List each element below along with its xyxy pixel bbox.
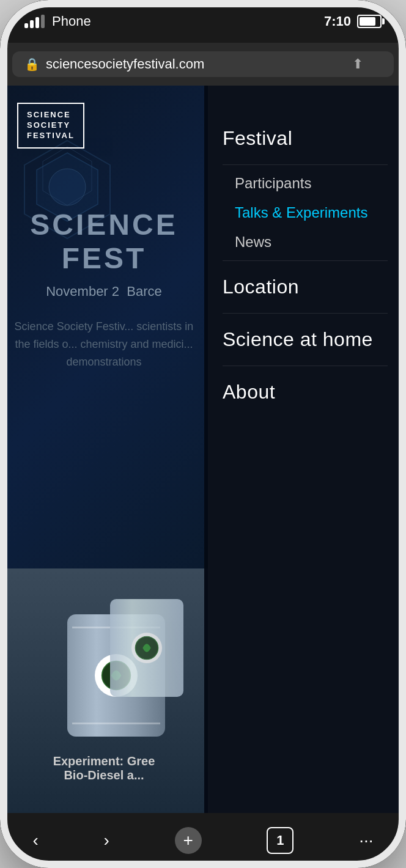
tabs-button[interactable]: 1 xyxy=(254,821,306,860)
nav-section-main: Festival Participants Talks & Experiment… xyxy=(223,116,388,414)
experiment-title: Experiment: Gree xyxy=(0,754,208,768)
signal-bar-1 xyxy=(24,23,28,28)
status-right: 7:10 xyxy=(324,13,382,29)
signal-bar-2 xyxy=(30,20,34,28)
tab-count[interactable]: 1 xyxy=(267,827,293,854)
url-bar-inner[interactable]: 🔒 sciencesocietyfestival.com ⬆ xyxy=(12,51,394,77)
nav-talks[interactable]: Talks & Experiments xyxy=(223,198,388,227)
drum-container xyxy=(31,587,202,764)
nav-news[interactable]: News xyxy=(223,227,388,257)
bottom-image: Experiment: Gree Bio-Diesel a... xyxy=(0,568,208,813)
hero-date: November 2 Barce xyxy=(12,284,196,300)
status-bar: Phone 7:10 xyxy=(0,0,406,43)
logo-text: SCIENCE SOCIETY FESTIVAL xyxy=(27,110,75,141)
time-display: 7:10 xyxy=(324,13,351,29)
signal-bars xyxy=(24,15,45,28)
signal-bar-3 xyxy=(35,17,39,28)
nav-divider-2 xyxy=(223,260,388,261)
lock-icon: 🔒 xyxy=(24,57,40,72)
battery-fill xyxy=(360,17,375,26)
menu-button[interactable]: ··· xyxy=(347,825,385,856)
nav-divider-4 xyxy=(223,366,388,366)
battery-icon xyxy=(357,15,382,28)
browser-bottom-bar: ‹ › + 1 ··· xyxy=(0,813,406,868)
svg-point-2 xyxy=(49,169,86,205)
hero-title-line2: FEST xyxy=(12,241,196,275)
new-tab-button[interactable]: + xyxy=(163,821,214,860)
nav-about[interactable]: About xyxy=(223,370,388,414)
carrier-label: Phone xyxy=(52,13,91,29)
hero-section: SCIENCE SOCIETY FESTIVAL SCIENCE FEST xyxy=(0,86,208,813)
website: SCIENCE SOCIETY FESTIVAL SCIENCE FEST xyxy=(0,86,406,813)
signal-bar-4 xyxy=(41,15,45,28)
experiment-label: Experiment: Gree Bio-Diesel a... xyxy=(0,754,208,782)
secondary-barrel xyxy=(110,599,183,697)
hero-title-line1: SCIENCE xyxy=(12,208,196,241)
nav-festival[interactable]: Festival xyxy=(223,116,388,161)
url-bar[interactable]: 🔒 sciencesocietyfestival.com ⬆ xyxy=(0,43,406,86)
nav-participants[interactable]: Participants xyxy=(223,169,388,198)
share-icon[interactable]: ⬆ xyxy=(352,56,363,72)
logo-box: SCIENCE SOCIETY FESTIVAL xyxy=(17,103,84,149)
hero-description: Science Society Festiv... scientists in … xyxy=(12,318,196,370)
phone-frame: Phone 7:10 🔒 sciencesocietyfestival.com … xyxy=(0,0,406,868)
nav-location[interactable]: Location xyxy=(223,265,388,309)
url-text: sciencesocietyfestival.com xyxy=(46,56,204,72)
nav-science-at-home[interactable]: Science at home xyxy=(223,317,388,362)
nav-overlay: Festival Participants Talks & Experiment… xyxy=(204,86,406,813)
hero-title-area: SCIENCE FEST November 2 Barce Science So… xyxy=(0,208,208,370)
status-left: Phone xyxy=(24,13,91,29)
forward-button[interactable]: › xyxy=(92,825,122,856)
nav-divider-1 xyxy=(223,164,388,165)
main-content: SCIENCE SOCIETY FESTIVAL SCIENCE FEST xyxy=(0,86,406,813)
experiment-subtitle: Bio-Diesel a... xyxy=(0,768,208,782)
back-button[interactable]: ‹ xyxy=(20,825,50,856)
nav-divider-3 xyxy=(223,313,388,314)
new-tab-icon[interactable]: + xyxy=(175,827,202,854)
